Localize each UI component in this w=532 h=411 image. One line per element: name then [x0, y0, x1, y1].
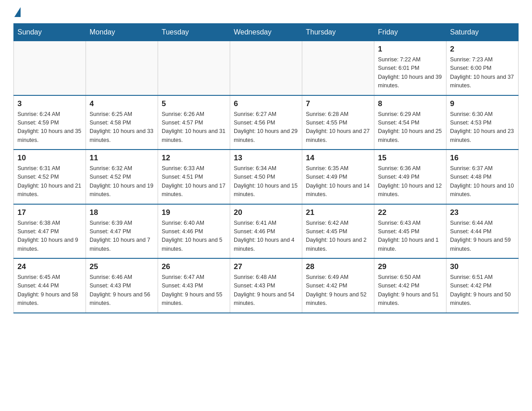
- page-header: [13, 9, 519, 15]
- day-info: Sunrise: 6:37 AMSunset: 4:48 PMDaylight:…: [450, 164, 515, 199]
- day-number: 27: [234, 262, 298, 271]
- day-number: 16: [450, 154, 515, 163]
- calendar-cell: 18Sunrise: 6:39 AMSunset: 4:47 PMDayligh…: [86, 204, 158, 259]
- logo-triangle-icon: [14, 7, 21, 17]
- calendar-cell: 24Sunrise: 6:45 AMSunset: 4:44 PMDayligh…: [14, 258, 86, 313]
- calendar-cell: 5Sunrise: 6:26 AMSunset: 4:57 PMDaylight…: [158, 95, 230, 150]
- weekday-header-wednesday: Wednesday: [230, 24, 302, 41]
- day-info: Sunrise: 6:42 AMSunset: 4:45 PMDaylight:…: [306, 219, 370, 254]
- calendar-cell: 28Sunrise: 6:49 AMSunset: 4:42 PMDayligh…: [302, 258, 374, 313]
- calendar-cell: 15Sunrise: 6:36 AMSunset: 4:49 PMDayligh…: [374, 150, 446, 204]
- calendar-cell: 11Sunrise: 6:32 AMSunset: 4:52 PMDayligh…: [86, 150, 158, 204]
- weekday-header-friday: Friday: [374, 24, 446, 41]
- day-number: 7: [306, 99, 370, 108]
- day-info: Sunrise: 6:28 AMSunset: 4:55 PMDaylight:…: [306, 110, 370, 145]
- calendar-cell: 9Sunrise: 6:30 AMSunset: 4:53 PMDaylight…: [446, 95, 519, 150]
- calendar-cell: 14Sunrise: 6:35 AMSunset: 4:49 PMDayligh…: [302, 150, 374, 204]
- calendar-week-1: 1Sunrise: 7:22 AMSunset: 6:01 PMDaylight…: [14, 41, 519, 95]
- day-number: 20: [234, 208, 298, 217]
- day-number: 22: [378, 208, 442, 217]
- calendar-cell: 29Sunrise: 6:50 AMSunset: 4:42 PMDayligh…: [374, 258, 446, 313]
- day-number: 25: [90, 262, 154, 271]
- calendar-cell: 23Sunrise: 6:44 AMSunset: 4:44 PMDayligh…: [446, 204, 519, 259]
- day-number: 1: [378, 45, 442, 54]
- day-number: 30: [450, 262, 515, 271]
- day-number: 17: [17, 208, 82, 217]
- calendar-cell: 30Sunrise: 6:51 AMSunset: 4:42 PMDayligh…: [446, 258, 519, 313]
- day-info: Sunrise: 6:38 AMSunset: 4:47 PMDaylight:…: [17, 219, 82, 254]
- day-info: Sunrise: 6:31 AMSunset: 4:52 PMDaylight:…: [17, 164, 82, 199]
- day-number: 11: [90, 154, 154, 163]
- day-number: 4: [90, 99, 154, 108]
- calendar-week-4: 17Sunrise: 6:38 AMSunset: 4:47 PMDayligh…: [14, 204, 519, 259]
- day-info: Sunrise: 6:44 AMSunset: 4:44 PMDaylight:…: [450, 219, 515, 254]
- day-number: 2: [450, 45, 515, 54]
- weekday-header-saturday: Saturday: [446, 24, 519, 41]
- day-info: Sunrise: 6:29 AMSunset: 4:54 PMDaylight:…: [378, 110, 442, 145]
- day-info: Sunrise: 6:34 AMSunset: 4:50 PMDaylight:…: [234, 164, 298, 199]
- day-number: 21: [306, 208, 370, 217]
- calendar-cell: 20Sunrise: 6:41 AMSunset: 4:46 PMDayligh…: [230, 204, 302, 259]
- day-info: Sunrise: 6:46 AMSunset: 4:43 PMDaylight:…: [90, 273, 154, 308]
- logo: [13, 9, 21, 15]
- calendar-week-2: 3Sunrise: 6:24 AMSunset: 4:59 PMDaylight…: [14, 95, 519, 150]
- calendar-cell: [302, 41, 374, 95]
- day-info: Sunrise: 6:43 AMSunset: 4:45 PMDaylight:…: [378, 219, 442, 254]
- day-number: 23: [450, 208, 515, 217]
- day-number: 14: [306, 154, 370, 163]
- calendar-cell: 7Sunrise: 6:28 AMSunset: 4:55 PMDaylight…: [302, 95, 374, 150]
- day-info: Sunrise: 7:22 AMSunset: 6:01 PMDaylight:…: [378, 56, 442, 90]
- day-number: 12: [162, 154, 226, 163]
- day-info: Sunrise: 6:25 AMSunset: 4:58 PMDaylight:…: [90, 110, 154, 145]
- weekday-header-tuesday: Tuesday: [158, 24, 230, 41]
- calendar-week-5: 24Sunrise: 6:45 AMSunset: 4:44 PMDayligh…: [14, 258, 519, 313]
- day-info: Sunrise: 6:51 AMSunset: 4:42 PMDaylight:…: [450, 273, 515, 308]
- weekday-header-thursday: Thursday: [302, 24, 374, 41]
- day-number: 13: [234, 154, 298, 163]
- weekday-header-row: SundayMondayTuesdayWednesdayThursdayFrid…: [14, 24, 519, 41]
- day-info: Sunrise: 6:47 AMSunset: 4:43 PMDaylight:…: [162, 273, 226, 308]
- day-info: Sunrise: 6:48 AMSunset: 4:43 PMDaylight:…: [234, 273, 298, 308]
- day-info: Sunrise: 6:27 AMSunset: 4:56 PMDaylight:…: [234, 110, 298, 145]
- calendar-cell: 1Sunrise: 7:22 AMSunset: 6:01 PMDaylight…: [374, 41, 446, 95]
- day-info: Sunrise: 6:50 AMSunset: 4:42 PMDaylight:…: [378, 273, 442, 308]
- calendar-table: SundayMondayTuesdayWednesdayThursdayFrid…: [13, 23, 519, 313]
- calendar-cell: 17Sunrise: 6:38 AMSunset: 4:47 PMDayligh…: [14, 204, 86, 259]
- calendar-cell: 22Sunrise: 6:43 AMSunset: 4:45 PMDayligh…: [374, 204, 446, 259]
- calendar-body: 1Sunrise: 7:22 AMSunset: 6:01 PMDaylight…: [14, 41, 519, 313]
- day-info: Sunrise: 6:30 AMSunset: 4:53 PMDaylight:…: [450, 110, 515, 145]
- calendar-cell: [158, 41, 230, 95]
- day-number: 19: [162, 208, 226, 217]
- calendar-cell: 4Sunrise: 6:25 AMSunset: 4:58 PMDaylight…: [86, 95, 158, 150]
- calendar-cell: [230, 41, 302, 95]
- calendar-cell: 8Sunrise: 6:29 AMSunset: 4:54 PMDaylight…: [374, 95, 446, 150]
- day-info: Sunrise: 6:33 AMSunset: 4:51 PMDaylight:…: [162, 164, 226, 199]
- calendar-cell: [14, 41, 86, 95]
- day-info: Sunrise: 6:35 AMSunset: 4:49 PMDaylight:…: [306, 164, 370, 199]
- day-number: 15: [378, 154, 442, 163]
- calendar-cell: 2Sunrise: 7:23 AMSunset: 6:00 PMDaylight…: [446, 41, 519, 95]
- day-info: Sunrise: 6:36 AMSunset: 4:49 PMDaylight:…: [378, 164, 442, 199]
- day-info: Sunrise: 6:39 AMSunset: 4:47 PMDaylight:…: [90, 219, 154, 254]
- day-number: 9: [450, 99, 515, 108]
- calendar-cell: 12Sunrise: 6:33 AMSunset: 4:51 PMDayligh…: [158, 150, 230, 204]
- weekday-header-monday: Monday: [86, 24, 158, 41]
- day-info: Sunrise: 6:26 AMSunset: 4:57 PMDaylight:…: [162, 110, 226, 145]
- calendar-cell: 27Sunrise: 6:48 AMSunset: 4:43 PMDayligh…: [230, 258, 302, 313]
- calendar-cell: 10Sunrise: 6:31 AMSunset: 4:52 PMDayligh…: [14, 150, 86, 204]
- calendar-cell: 26Sunrise: 6:47 AMSunset: 4:43 PMDayligh…: [158, 258, 230, 313]
- day-number: 3: [17, 99, 82, 108]
- day-number: 28: [306, 262, 370, 271]
- calendar-cell: 25Sunrise: 6:46 AMSunset: 4:43 PMDayligh…: [86, 258, 158, 313]
- day-number: 29: [378, 262, 442, 271]
- weekday-header-sunday: Sunday: [14, 24, 86, 41]
- calendar-cell: 3Sunrise: 6:24 AMSunset: 4:59 PMDaylight…: [14, 95, 86, 150]
- day-info: Sunrise: 6:49 AMSunset: 4:42 PMDaylight:…: [306, 273, 370, 308]
- day-number: 6: [234, 99, 298, 108]
- calendar-cell: 16Sunrise: 6:37 AMSunset: 4:48 PMDayligh…: [446, 150, 519, 204]
- calendar-header: SundayMondayTuesdayWednesdayThursdayFrid…: [14, 24, 519, 41]
- calendar-week-3: 10Sunrise: 6:31 AMSunset: 4:52 PMDayligh…: [14, 150, 519, 204]
- calendar-cell: 6Sunrise: 6:27 AMSunset: 4:56 PMDaylight…: [230, 95, 302, 150]
- day-info: Sunrise: 6:32 AMSunset: 4:52 PMDaylight:…: [90, 164, 154, 199]
- day-info: Sunrise: 7:23 AMSunset: 6:00 PMDaylight:…: [450, 56, 515, 90]
